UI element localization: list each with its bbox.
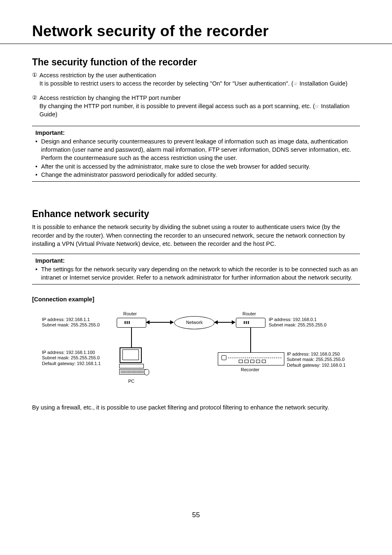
recorder-device (218, 352, 284, 365)
reference-icon: ☞ (315, 104, 319, 109)
chapter-title: Network security of the recorder (32, 21, 360, 42)
important-2-bullet-1: The settings for the network security va… (41, 265, 360, 282)
item-1-body-b: Installation Guide) (298, 80, 348, 87)
item-2-head: Access restriction by changing the HTTP … (39, 94, 181, 102)
item-2-body: By changing the HTTP port number, it is … (32, 102, 360, 119)
important-box-1: Important: •Design and enhance security … (32, 126, 360, 182)
connector-line (250, 328, 251, 352)
item-1-number: ① (32, 71, 39, 79)
section2-title: Enhance network security (32, 207, 360, 220)
important-list: •The settings for the network security v… (32, 265, 360, 282)
bullet-icon: • (35, 162, 41, 171)
chapter-rule (0, 44, 392, 44)
important-1-bullet-1: Design and enhance security countermeasu… (41, 137, 360, 162)
pc-info: IP address: 192.168.1.100 Subnet mask: 2… (42, 350, 101, 367)
important-1-bullet-3: Change the administrator password period… (41, 171, 360, 179)
item-1: ① Access restriction by the user authent… (32, 71, 360, 88)
bullet-icon: • (35, 171, 41, 179)
arrow-icon (214, 322, 235, 323)
connection-diagram: Router IP address: 192.168.1.1 Subnet ma… (38, 311, 367, 393)
important-label: Important: (32, 129, 360, 137)
item-1-body: It is possible to restrict users to acce… (32, 79, 360, 88)
item-1-head: Access restriction by the user authentic… (39, 71, 156, 79)
router-right-label: Router (242, 311, 256, 317)
arrow-icon (146, 322, 173, 323)
recorder-info: IP address: 192.168.0.250 Subnet mask: 2… (287, 352, 346, 368)
pc-label: PC (128, 379, 134, 384)
bullet-icon: • (35, 137, 41, 162)
router-right-info: IP address: 192.168.0.1 Subnet mask: 255… (269, 317, 327, 328)
item-2-number: ② (32, 94, 39, 102)
important-box-2: Important: •The settings for the network… (32, 254, 360, 284)
reference-icon: ☞ (293, 81, 298, 87)
connection-example-title: [Connection example] (32, 295, 360, 303)
router-right-device (236, 318, 265, 328)
network-oval: Network (174, 316, 214, 329)
network-label: Network (186, 319, 203, 326)
page: Network security of the recorder The sec… (0, 0, 392, 532)
section2-para: It is possible to enhance the network se… (32, 223, 360, 248)
closing-para: By using a firewall, etc., it is possibl… (32, 403, 360, 412)
item-1-body-a: It is possible to restrict users to acce… (39, 80, 293, 87)
connector-line (131, 328, 132, 350)
item-2: ② Access restriction by changing the HTT… (32, 94, 360, 119)
important-label: Important: (32, 257, 360, 265)
important-list: •Design and enhance security countermeas… (32, 137, 360, 179)
item-2-body-a: By changing the HTTP port number, it is … (39, 103, 315, 109)
bullet-icon: • (35, 265, 41, 282)
router-left-label: Router (123, 311, 137, 317)
page-number: 55 (32, 510, 360, 520)
recorder-label: Recorder (241, 367, 259, 373)
important-1-bullet-2: After the unit is accessed by the admini… (41, 162, 360, 171)
pc-device (119, 347, 142, 375)
section1-title: The security function of the recorder (32, 56, 360, 69)
router-left-device (117, 318, 146, 328)
router-left-info: IP address: 192.168.1.1 Subnet mask: 255… (42, 317, 100, 328)
